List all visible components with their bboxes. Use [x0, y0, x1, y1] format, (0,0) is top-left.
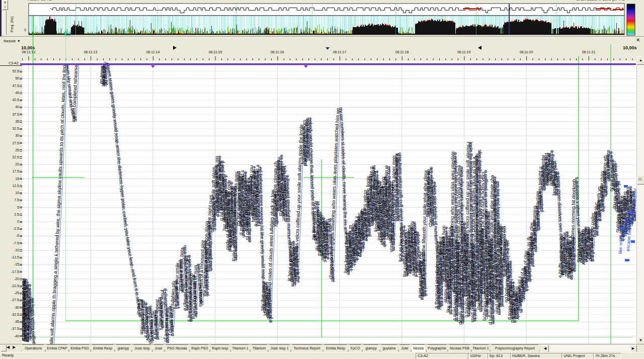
svg-text:like oozy: like oozy [618, 235, 623, 254]
svg-text:they yeah unbelievable bazooka: they yeah unbelievable bazooka seadogs o… [0, 0, 638, 351]
